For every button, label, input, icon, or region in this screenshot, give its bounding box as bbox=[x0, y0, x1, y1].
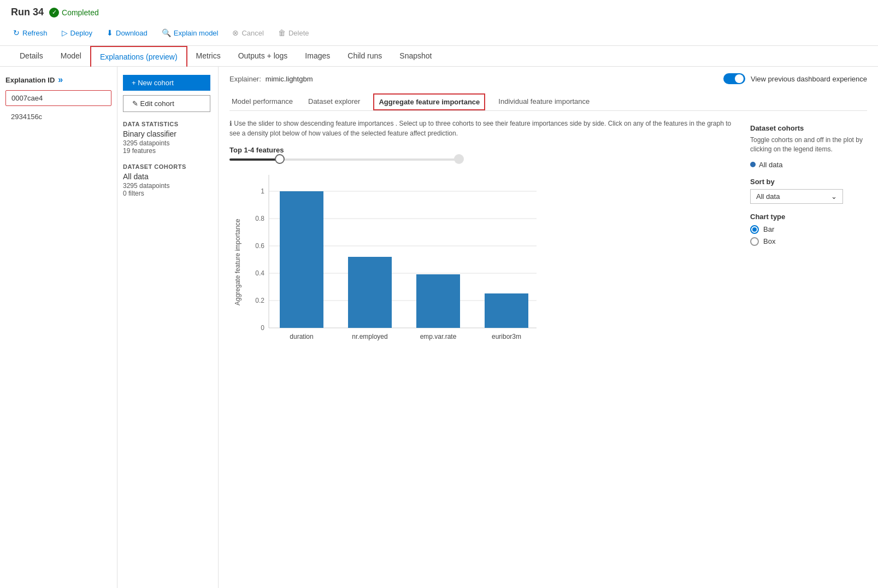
expand-icon[interactable]: » bbox=[58, 75, 63, 85]
info-text: ℹ Use the slider to show descending feat… bbox=[229, 119, 741, 138]
datapoints: 3295 datapoints bbox=[123, 139, 213, 147]
dataset-cohorts-section: DATASET COHORTS All data 3295 datapoints… bbox=[123, 163, 213, 197]
explainer-row: Explainer: mimic.lightgbm View previous … bbox=[229, 73, 867, 84]
bar-duration[interactable] bbox=[280, 191, 323, 328]
svg-text:1: 1 bbox=[261, 187, 264, 195]
data-stats-title: DATA STATISTICS bbox=[123, 121, 213, 127]
svg-text:duration: duration bbox=[290, 333, 313, 340]
mid-panel: + New cohort ✎ Edit cohort DATA STATISTI… bbox=[117, 67, 219, 588]
delete-icon: 🗑 bbox=[278, 28, 286, 37]
deploy-label: Deploy bbox=[70, 29, 92, 37]
tab-snapshot[interactable]: Snapshot bbox=[391, 46, 440, 67]
new-cohort-button[interactable]: + New cohort bbox=[123, 75, 210, 91]
cancel-label: Cancel bbox=[241, 29, 263, 37]
all-datapoints: 3295 datapoints bbox=[123, 182, 213, 190]
chevron-down-icon: ⌄ bbox=[831, 192, 837, 201]
explainer-info: Explainer: mimic.lightgbm bbox=[229, 75, 313, 83]
tab-outputs-logs[interactable]: Outputs + logs bbox=[229, 46, 297, 67]
chart-type-bar[interactable]: Bar bbox=[750, 225, 867, 234]
subtab-dataset-explorer[interactable]: Dataset explorer bbox=[306, 93, 362, 111]
explanation-item-0[interactable]: 0007cae4 bbox=[5, 90, 111, 106]
svg-text:emp.var.rate: emp.var.rate bbox=[420, 333, 457, 340]
all-data-title: All data bbox=[123, 172, 213, 181]
chart-section: ℹ Use the slider to show descending feat… bbox=[229, 119, 741, 355]
explain-icon: 🔍 bbox=[162, 28, 171, 37]
svg-text:euribor3m: euribor3m bbox=[492, 333, 521, 340]
slider-thumb[interactable] bbox=[275, 154, 285, 164]
radio-bar-label: Bar bbox=[763, 225, 774, 233]
subtab-individual-feature[interactable]: Individual feature importance bbox=[496, 93, 592, 111]
tab-explanations[interactable]: Explanations (preview) bbox=[90, 46, 187, 67]
dataset-cohorts-desc: Toggle cohorts on and off in the plot by… bbox=[750, 136, 867, 154]
bar-euribor3m[interactable] bbox=[485, 293, 528, 328]
deploy-button[interactable]: ▷ Deploy bbox=[60, 27, 95, 39]
cohort-legend: All data bbox=[750, 161, 867, 169]
radio-box-circle bbox=[750, 237, 759, 246]
chart-type-radio-group: Bar Box bbox=[750, 225, 867, 246]
right-sidebar: Dataset cohorts Toggle cohorts on and of… bbox=[741, 119, 867, 251]
chart-type-box[interactable]: Box bbox=[750, 237, 867, 246]
explain-model-button[interactable]: 🔍 Explain model bbox=[160, 27, 221, 39]
toggle-label: View previous dashboard experience bbox=[751, 75, 867, 83]
download-icon: ⬇ bbox=[107, 28, 113, 37]
cancel-button[interactable]: ⊗ Cancel bbox=[230, 27, 266, 39]
filters: 0 filters bbox=[123, 190, 213, 197]
radio-bar-circle bbox=[750, 225, 759, 234]
status-icon: ✓ bbox=[49, 8, 59, 17]
subtabs: Model performance Dataset explorer Aggre… bbox=[229, 93, 867, 111]
explain-label: Explain model bbox=[174, 29, 219, 37]
delete-label: Delete bbox=[288, 29, 309, 37]
content-row: ℹ Use the slider to show descending feat… bbox=[229, 119, 867, 355]
classifier-type: Binary classifier bbox=[123, 130, 213, 138]
status-text: Completed bbox=[62, 8, 99, 17]
sort-dropdown[interactable]: All data ⌄ bbox=[750, 189, 843, 204]
edit-cohort-button[interactable]: ✎ Edit cohort bbox=[123, 95, 210, 112]
tab-metrics[interactable]: Metrics bbox=[187, 46, 229, 67]
svg-text:0.4: 0.4 bbox=[255, 269, 264, 277]
cohort-buttons: + New cohort ✎ Edit cohort bbox=[123, 75, 213, 112]
y-axis-label: Aggregate feature importance bbox=[229, 169, 241, 355]
tab-model[interactable]: Model bbox=[52, 46, 90, 67]
toggle-container: View previous dashboard experience bbox=[723, 73, 867, 84]
explainer-label: Explainer: bbox=[229, 75, 261, 83]
tab-child-runs[interactable]: Child runs bbox=[339, 46, 391, 67]
sort-dropdown-value: All data bbox=[756, 192, 780, 201]
tab-details[interactable]: Details bbox=[11, 46, 52, 67]
main-content: Explanation ID » 0007cae4 2934156c + New… bbox=[0, 67, 878, 588]
data-statistics: DATA STATISTICS Binary classifier 3295 d… bbox=[123, 121, 213, 155]
explanation-id-value-1: 2934156c bbox=[11, 113, 42, 121]
deploy-icon: ▷ bbox=[62, 28, 68, 37]
explanation-item-1[interactable]: 2934156c bbox=[5, 109, 111, 124]
refresh-label: Refresh bbox=[22, 29, 48, 37]
toggle-switch[interactable] bbox=[723, 73, 745, 84]
bar-emp-var-rate[interactable] bbox=[416, 274, 460, 328]
left-panel: Explanation ID » 0007cae4 2934156c bbox=[0, 67, 117, 588]
refresh-button[interactable]: ↻ Refresh bbox=[11, 27, 50, 39]
svg-text:nr.employed: nr.employed bbox=[352, 333, 387, 340]
tab-images[interactable]: Images bbox=[296, 46, 339, 67]
status-badge: ✓ Completed bbox=[49, 8, 99, 17]
legend-label: All data bbox=[759, 161, 782, 169]
dataset-cohorts-title: Dataset cohorts bbox=[750, 124, 867, 132]
subtab-aggregate-feature[interactable]: Aggregate feature importance bbox=[373, 93, 485, 110]
toggle-slider bbox=[723, 73, 745, 84]
download-button[interactable]: ⬇ Download bbox=[104, 27, 150, 39]
bar-nr-employed[interactable] bbox=[348, 257, 392, 328]
sort-by-label: Sort by bbox=[750, 178, 867, 186]
explanation-id-value-0: 0007cae4 bbox=[11, 94, 43, 102]
delete-button[interactable]: 🗑 Delete bbox=[276, 27, 311, 39]
explanation-id-label: Explanation ID bbox=[5, 76, 55, 84]
svg-text:0.6: 0.6 bbox=[255, 242, 264, 250]
slider-fill bbox=[229, 158, 280, 161]
toolbar: ↻ Refresh ▷ Deploy ⬇ Download 🔍 Explain … bbox=[11, 23, 867, 42]
subtab-model-performance[interactable]: Model performance bbox=[229, 93, 295, 111]
top-bar: Run 34 ✓ Completed ↻ Refresh ▷ Deploy ⬇ … bbox=[0, 0, 878, 46]
radio-box-label: Box bbox=[763, 237, 775, 245]
slider-label: Top 1-4 features bbox=[229, 146, 741, 154]
right-panel: Explainer: mimic.lightgbm View previous … bbox=[219, 67, 878, 588]
slider-track bbox=[229, 158, 459, 161]
bar-chart: 0 0.2 0.4 0.6 0.8 1 duration nr.employed bbox=[241, 169, 542, 355]
edit-cohort-label: ✎ Edit cohort bbox=[132, 99, 174, 108]
slider-section: Top 1-4 features bbox=[229, 146, 741, 161]
svg-text:0.2: 0.2 bbox=[255, 297, 264, 304]
